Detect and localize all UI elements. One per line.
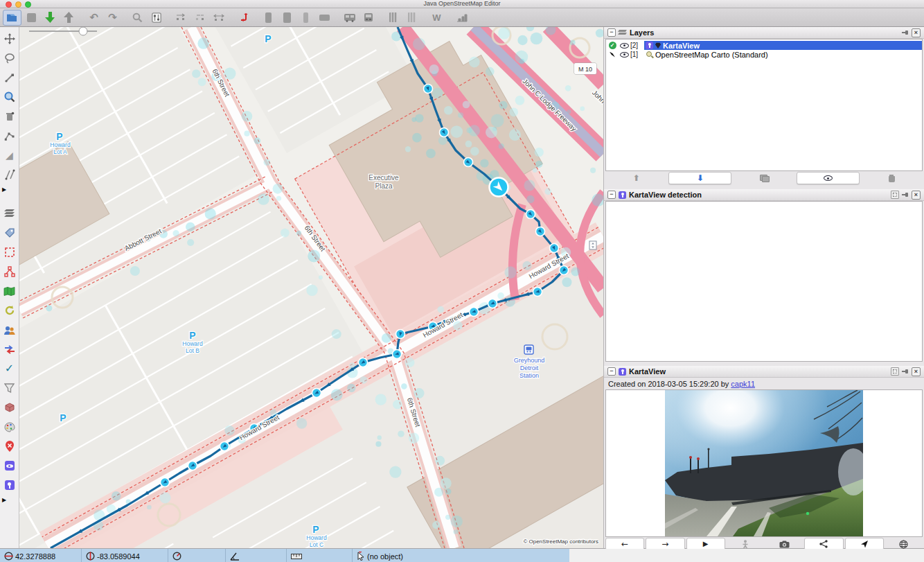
lasso-tool[interactable] [1,49,18,68]
map-dialog-toggle[interactable] [1,281,18,301]
collapse-icon[interactable]: − [607,367,616,376]
delete-layer-button[interactable] [861,172,923,184]
relations-dialog-toggle[interactable] [1,262,18,281]
save-button[interactable] [23,10,40,25]
changeset-dialog-toggle[interactable] [1,301,18,320]
detach-icon[interactable] [891,191,899,199]
eye-icon [824,175,833,181]
layer-visibility-icon[interactable] [620,43,629,49]
kartaview-layer-icon [646,42,653,49]
bus-rear-button[interactable] [359,10,377,25]
tools-overflow-expander[interactable]: ▶ [0,184,19,194]
imagery-block-1-button[interactable] [260,10,277,25]
stripe-layer-2-button[interactable] [403,10,420,25]
collapse-icon[interactable]: − [607,28,616,37]
move-layer-up-button[interactable]: ⬆ [605,172,667,184]
filter-dialog-toggle[interactable] [1,378,18,398]
show-hide-layer-button[interactable] [797,172,860,184]
latitude-value: 42.3278888 [15,552,55,561]
kartaview-toggle[interactable] [1,475,18,495]
pin-icon[interactable] [902,368,909,375]
distribute-left-icon [176,13,187,21]
distribute-left-button[interactable] [172,10,190,25]
imagery-block-4-button[interactable] [316,10,333,25]
close-icon[interactable]: × [912,28,921,37]
detection-panel-title: KartaView detection [629,191,702,199]
open-file-button[interactable] [3,10,21,26]
layer-row-kartaview[interactable]: ✓ [2] KartaView [606,41,922,50]
note-pin-icon [5,441,15,452]
greyhound-station-icon [524,345,533,354]
status-bar-right [569,549,924,562]
lot-label: Howard [182,340,203,347]
trash-icon [4,111,15,122]
distribute-center-button[interactable] [191,10,208,25]
kartaview-detection-toggle[interactable] [1,456,18,475]
collapse-icon[interactable]: − [607,191,616,199]
photo-created-line: Created on 2018-03-05 15:29:20 by capk11 [604,378,924,389]
photo-viewer[interactable] [605,389,923,537]
kartaview-detection-panel: − KartaView detection × [604,189,924,362]
upload-data-button[interactable] [60,10,78,25]
lot-label: Lot B [186,347,199,354]
layers-dialog-toggle[interactable] [1,204,18,223]
redo-button[interactable]: ↷ [104,10,121,25]
map-canvas[interactable]: 6th Street 6th Street 6th Street Abbott … [19,27,603,548]
draw-way-tool[interactable] [1,126,18,146]
command-stack-dialog-toggle[interactable] [1,398,18,417]
status-bar-left: 42.3278888 -83.0589044 (no object) [0,549,569,562]
pin-icon[interactable] [902,29,909,36]
parallel-way-tool[interactable] [1,165,18,184]
play-icon: ▶ [703,541,709,547]
zoom-tool[interactable] [1,87,18,107]
conflicts-dialog-toggle[interactable] [1,340,18,359]
dialogs-overflow-expander[interactable]: ▶ [0,495,19,504]
move-layer-down-button[interactable]: ⬇ [668,172,731,184]
authors-dialog-toggle[interactable] [1,320,18,340]
selection-icon [4,247,15,258]
kartaview-panel-header: − KartaView × [604,366,924,378]
station-label: Station [519,372,539,379]
bus-front-button[interactable] [341,10,358,25]
selection-dialog-toggle[interactable] [1,243,18,262]
validator-dialog-toggle[interactable]: ✓ [1,359,18,378]
author-link[interactable]: capk11 [731,380,755,388]
folder-open-icon [6,12,18,22]
undo-button[interactable]: ↶ [85,10,103,25]
close-icon[interactable]: × [912,367,921,376]
map-attribution: © OpenStreetMap contributors [523,538,598,545]
layer-row-osm-carto[interactable]: [1] OpenStreetMap Carto (Standard) [606,50,922,59]
turn-restriction-icon [238,12,249,23]
pin-icon[interactable] [902,191,909,198]
improve-accuracy-tool[interactable]: ◢ [1,146,18,165]
distribute-spread-button[interactable] [210,10,227,25]
zoom-search-button[interactable] [129,10,146,25]
bus-rear-icon [363,12,374,22]
move-tool[interactable] [1,29,18,49]
chart-button[interactable] [453,10,470,25]
detach-icon[interactable] [891,367,899,376]
imagery-block-2-button[interactable] [278,10,296,25]
detection-panel-header: − KartaView detection × [604,189,924,201]
draw-node-tool[interactable] [1,68,18,87]
stripe-layer-1-button[interactable] [384,10,402,25]
layer-visibility-icon[interactable] [620,52,629,58]
zoom-slider-knob[interactable] [79,27,87,35]
note-pin-toggle[interactable] [1,437,18,456]
terrace-button[interactable]: W [428,10,445,25]
close-icon[interactable]: × [912,191,921,200]
download-data-button[interactable] [42,10,59,25]
lot-label: Howard [50,141,71,148]
imagery-block-3-button[interactable] [297,10,314,25]
parking-symbol: P [56,131,62,142]
turn-restriction-button[interactable] [235,10,252,25]
delete-tool[interactable] [1,107,18,126]
map-paint-styles-toggle[interactable] [1,417,18,437]
merge-layer-button[interactable] [733,172,794,184]
elevator-icon [589,241,596,249]
filter-icon [4,383,15,394]
preferences-button[interactable] [148,10,165,25]
down-arrow-icon: ⬇ [697,174,704,182]
tags-dialog-toggle[interactable] [1,223,18,243]
move-icon [4,33,15,44]
